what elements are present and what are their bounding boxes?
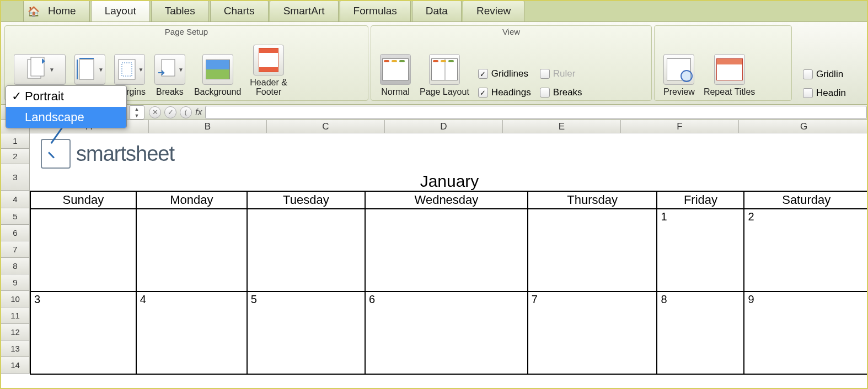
calendar-day-header: Tuesday — [247, 191, 365, 209]
row-header[interactable]: 11 — [1, 307, 30, 324]
page-layout-view-button[interactable]: Page Layout — [415, 53, 474, 98]
checkmark-icon — [41, 139, 71, 169]
smartsheet-logo: smartsheet — [41, 139, 174, 169]
row-header[interactable]: 14 — [1, 357, 30, 374]
tab-data[interactable]: Data — [412, 0, 462, 21]
calendar-cell[interactable] — [136, 209, 247, 291]
row-header[interactable]: 6 — [1, 225, 30, 241]
row-header[interactable]: 8 — [1, 258, 30, 274]
breaks-button[interactable]: ▼ Breaks — [150, 53, 190, 98]
gridlines-checkbox[interactable]: ✓Gridlines — [478, 68, 531, 79]
column-headers: ABCDEFG — [30, 120, 868, 133]
view-breaks-checkbox[interactable]: Breaks — [540, 87, 582, 98]
chevron-down-icon: ▼ — [138, 67, 144, 73]
row-header[interactable]: 1 — [1, 133, 30, 149]
calendar-cell[interactable] — [365, 209, 528, 291]
calendar-day-header: Wednesday — [365, 191, 528, 209]
calendar-day-header: Saturday — [744, 191, 868, 209]
calendar-month-title: January — [30, 172, 868, 191]
chevron-down-icon: ▼ — [49, 67, 55, 73]
formula-input[interactable] — [205, 106, 867, 119]
row-headers: 1234567891011121314 — [1, 133, 30, 374]
ruler-checkbox[interactable]: Ruler — [540, 68, 582, 79]
tab-tables[interactable]: Tables — [151, 0, 209, 21]
repeat-titles-icon — [716, 58, 743, 80]
calendar-cell[interactable]: 2 — [744, 209, 868, 291]
calendar-cell[interactable]: 6 — [365, 291, 528, 374]
preview-icon — [667, 58, 691, 80]
background-icon — [206, 60, 230, 79]
orientation-portrait[interactable]: ✓Portrait — [6, 86, 126, 107]
calendar-cell[interactable]: 5 — [247, 291, 365, 374]
spreadsheet-grid: 1234567891011121314 ABCDEFG smartsheet J… — [1, 120, 867, 388]
row-header[interactable]: 4 — [1, 191, 30, 208]
column-header[interactable]: C — [267, 120, 385, 133]
calendar-cell[interactable] — [30, 209, 136, 291]
calendar-cell[interactable]: 8 — [657, 291, 744, 374]
ribbon-tabs: 🏠 Home Layout Tables Charts SmartArt For… — [1, 1, 867, 22]
row-header[interactable]: 13 — [1, 341, 30, 357]
group-print: Preview Repeat Titles — [654, 25, 792, 101]
row-header[interactable]: 2 — [1, 149, 30, 164]
calendar-cell[interactable]: 9 — [744, 291, 868, 374]
column-header[interactable]: F — [621, 120, 739, 133]
column-header[interactable]: G — [739, 120, 868, 133]
fx-button[interactable]: ( — [180, 106, 192, 118]
calendar-cell[interactable]: 7 — [528, 291, 657, 374]
group-view: View Normal Page Layout ✓Gridlines ✓Head… — [371, 25, 652, 101]
svg-rect-5 — [119, 60, 135, 79]
fx-label: fx — [195, 107, 202, 117]
tab-smartart[interactable]: SmartArt — [270, 0, 339, 21]
accept-button[interactable]: ✓ — [164, 106, 176, 118]
group-title-view: View — [502, 27, 520, 36]
orientation-landscape[interactable]: Landscape — [6, 107, 126, 128]
calendar-cell[interactable]: 3 — [30, 291, 136, 374]
cells-area[interactable]: smartsheet January SundayMondayTuesdayWe… — [30, 133, 868, 388]
size-icon — [76, 57, 97, 82]
tab-formulas[interactable]: Formulas — [340, 0, 411, 21]
calendar-day-header: Friday — [657, 191, 744, 209]
calendar-cell[interactable]: 1 — [657, 209, 744, 291]
calendar-day-header: Thursday — [528, 191, 657, 209]
orientation-icon — [25, 56, 48, 83]
window-headings-checkbox[interactable]: Headin — [803, 88, 846, 99]
chevron-down-icon: ▼ — [178, 67, 184, 73]
row-header[interactable]: 3 — [1, 164, 30, 191]
header-footer-icon — [259, 48, 278, 72]
cancel-button[interactable]: ✕ — [149, 106, 161, 118]
row-header[interactable]: 12 — [1, 324, 30, 341]
ribbon: Page Setup ▼ ▼ ▼ Margins ▼ — [1, 22, 867, 105]
row-header[interactable]: 10 — [1, 291, 30, 307]
background-button[interactable]: Background — [190, 53, 245, 98]
orientation-menu: ✓Portrait Landscape — [6, 85, 127, 128]
breaks-icon — [156, 57, 177, 82]
group-title-page-setup: Page Setup — [165, 27, 208, 36]
formula-bar: ▲▼ ✕ ✓ ( fx — [1, 105, 867, 120]
page-layout-icon — [431, 58, 458, 80]
tab-charts[interactable]: Charts — [210, 0, 269, 21]
normal-view-icon — [382, 58, 409, 80]
chevron-down-icon: ▼ — [98, 67, 104, 73]
header-footer-button[interactable]: Header & Footer — [245, 44, 292, 98]
column-header[interactable]: D — [385, 120, 503, 133]
calendar-cell[interactable] — [247, 209, 365, 291]
calendar-cell[interactable] — [528, 209, 657, 291]
tab-layout[interactable]: Layout — [91, 0, 150, 21]
tab-review[interactable]: Review — [463, 0, 524, 21]
calendar-day-header: Monday — [136, 191, 247, 209]
normal-view-button[interactable]: Normal — [376, 53, 415, 98]
column-header[interactable]: B — [149, 120, 267, 133]
row-header[interactable]: 9 — [1, 274, 30, 291]
repeat-titles-button[interactable]: Repeat Titles — [699, 53, 759, 98]
group-window: Gridlin Headin — [794, 25, 864, 101]
column-header[interactable]: E — [503, 120, 621, 133]
headings-checkbox[interactable]: ✓Headings — [478, 87, 531, 98]
preview-button[interactable]: Preview — [659, 53, 699, 98]
window-gridlines-checkbox[interactable]: Gridlin — [803, 69, 846, 80]
row-header[interactable]: 5 — [1, 208, 30, 225]
name-box-stepper[interactable]: ▲▼ — [129, 105, 144, 120]
calendar-cell[interactable]: 4 — [136, 291, 247, 374]
svg-rect-2 — [79, 60, 94, 79]
margins-icon — [116, 57, 137, 82]
row-header[interactable]: 7 — [1, 241, 30, 258]
